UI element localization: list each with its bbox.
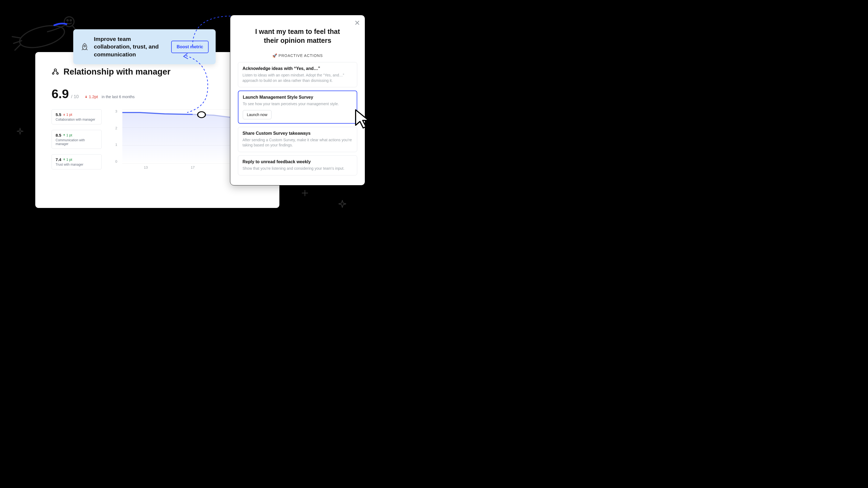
people-icon (52, 68, 59, 76)
rocket-icon (80, 42, 89, 51)
sparkle-icon (16, 127, 24, 135)
arrow-down-icon (85, 95, 88, 98)
arrow-up-icon (63, 134, 65, 136)
action-title: Reply to unread feedback weekly (243, 159, 352, 164)
rocket-decoration-icon (7, 12, 83, 56)
action-desc: After sending a Custom Survey, make it c… (243, 137, 352, 148)
score-change: 1.2pt (85, 94, 98, 99)
metric-value: 7.4 (56, 157, 61, 162)
metric-change: 1 pt (63, 133, 72, 137)
score-period: in the last 6 months (102, 95, 134, 99)
metric-value: 5.5 (56, 112, 61, 117)
metric-change: 1 pt (63, 158, 72, 162)
metric-label: Communication with manager (56, 138, 98, 146)
svg-point-8 (57, 73, 58, 74)
svg-point-3 (70, 20, 72, 21)
modal-title: I want my team to feel that their opinio… (238, 27, 357, 45)
action-item-selected[interactable]: Launch Management Style Survey To see ho… (238, 91, 357, 124)
plus-decoration-icon (302, 190, 308, 196)
modal-subtitle: 🚀 PROACTIVE ACTIONS (238, 54, 357, 58)
metric-item[interactable]: 7.4 1 pt Trust with manager (52, 154, 102, 169)
boost-card: Improve team collaboration, trust, and c… (73, 29, 216, 64)
svg-point-9 (198, 112, 206, 118)
svg-point-2 (67, 20, 68, 21)
action-item[interactable]: Reply to unread feedback weekly Show tha… (238, 155, 357, 175)
metric-change: 1 pt (63, 112, 72, 117)
svg-point-10 (84, 45, 86, 47)
action-desc: Show that you're listening and consideri… (243, 166, 352, 171)
sub-metric-list: 5.5 1 pt Collaboration with manager 8.5 … (52, 109, 102, 169)
action-item[interactable]: Share Custom Survey takeaways After send… (238, 127, 357, 152)
arrow-down-icon (63, 113, 65, 116)
page-title-text: Relationship with manager (63, 67, 170, 77)
svg-point-0 (18, 22, 67, 52)
cursor-icon (353, 108, 372, 130)
action-desc: To see how your team perceives your mana… (243, 101, 352, 107)
svg-point-1 (64, 17, 74, 27)
arrow-up-icon (63, 158, 65, 161)
metric-label: Trust with manager (56, 163, 98, 166)
action-desc: Listen to ideas with an open mindset. Ad… (243, 73, 352, 83)
metric-label: Collaboration with manager (56, 118, 98, 122)
metric-value: 8.5 (56, 133, 61, 137)
boost-metric-button[interactable]: Boost metric (171, 41, 209, 53)
score-denominator: / 10 (71, 94, 79, 99)
score-value: 6.9 (52, 87, 69, 101)
launch-now-button[interactable]: Launch now (243, 110, 272, 119)
y-axis: 3 2 1 0 (115, 109, 117, 163)
proactive-actions-modal: I want my team to feel that their opinio… (230, 15, 365, 186)
boost-text: Improve team collaboration, trust, and c… (94, 35, 166, 58)
svg-point-7 (52, 73, 54, 74)
sparkle-icon (339, 200, 346, 208)
close-icon[interactable] (354, 20, 360, 26)
action-title: Acknowledge ideas with “Yes, and…” (243, 66, 352, 71)
metric-item[interactable]: 5.5 1 pt Collaboration with manager (52, 109, 102, 124)
svg-point-6 (54, 69, 56, 71)
action-title: Share Custom Survey takeaways (243, 131, 352, 136)
metric-item[interactable]: 8.5 1 pt Communication with manager (52, 130, 102, 149)
action-item[interactable]: Acknowledge ideas with “Yes, and…” Liste… (238, 62, 357, 87)
action-title: Launch Management Style Survey (243, 95, 352, 100)
